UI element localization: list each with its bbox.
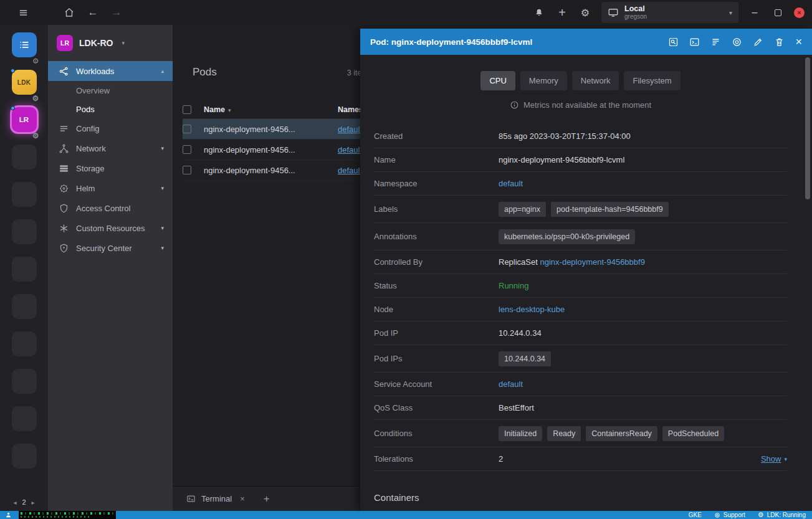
cluster-rail: ⚙ LDK ⚙ LR ⚙ ◂ 2 ▸ bbox=[0, 25, 48, 511]
field-label: Name bbox=[374, 155, 499, 164]
catalog-button[interactable]: ⚙ bbox=[12, 32, 37, 57]
field-label: Created bbox=[374, 131, 499, 141]
owner-link[interactable]: nginx-deployment-9456bbbf9 bbox=[540, 257, 645, 267]
list-header: Pods 3 items bbox=[193, 66, 372, 79]
sidebar-item-access-control[interactable]: Access Control bbox=[48, 198, 173, 218]
gear-icon[interactable]: ⚙ bbox=[32, 57, 39, 65]
sidebar-cluster-header[interactable]: LR LDK-RO ▾ bbox=[48, 25, 173, 61]
detail-row-pod-ips: Pod IPs 10.244.0.34 bbox=[374, 345, 787, 373]
pod-logs-icon[interactable] bbox=[710, 37, 721, 47]
field-label: Pod IP bbox=[374, 328, 499, 338]
sort-caret-icon: ▾ bbox=[228, 107, 231, 113]
back-icon[interactable]: ← bbox=[86, 5, 100, 20]
row-checkbox[interactable] bbox=[183, 145, 191, 154]
cluster-slot-placeholder bbox=[12, 182, 37, 207]
pod-name-cell: nginx-deployment-9456... bbox=[204, 166, 338, 175]
field-label: QoS Class bbox=[374, 403, 499, 412]
helm-wheel-icon bbox=[59, 183, 69, 194]
sidebar-item-overview[interactable]: Overview bbox=[48, 81, 173, 100]
terminal-tab[interactable]: Terminal × bbox=[186, 494, 245, 503]
forward-icon[interactable]: → bbox=[110, 5, 123, 20]
maximize-button[interactable] bbox=[771, 5, 785, 20]
cluster-icon-lr-selected[interactable]: LR ⚙ bbox=[12, 107, 37, 132]
sidebar-item-label: Overview bbox=[76, 86, 110, 95]
sidebar-item-custom-resources[interactable]: Custom Resources ▾ bbox=[48, 218, 173, 238]
new-terminal-button[interactable]: + bbox=[264, 493, 270, 505]
notifications-bell-icon[interactable] bbox=[532, 5, 546, 20]
row-checkbox[interactable] bbox=[183, 125, 191, 133]
add-icon[interactable]: + bbox=[555, 5, 569, 20]
sidebar-item-network[interactable]: Network ▾ bbox=[48, 138, 173, 158]
namespace-link[interactable]: default bbox=[338, 145, 362, 155]
pod-name-cell: nginx-deployment-9456... bbox=[204, 125, 338, 134]
namespace-link[interactable]: default bbox=[499, 179, 523, 188]
status-dot bbox=[11, 69, 15, 73]
chevron-up-icon: ▴ bbox=[161, 68, 164, 74]
catalog-list-icon bbox=[18, 39, 31, 51]
field-label: Status bbox=[374, 281, 499, 290]
namespace-link[interactable]: default bbox=[338, 166, 362, 175]
sidebar-item-storage[interactable]: Storage bbox=[48, 158, 173, 178]
close-icon[interactable]: × bbox=[240, 494, 245, 503]
sidebar-item-label: Workloads bbox=[76, 67, 114, 76]
node-link[interactable]: lens-desktop-kube bbox=[499, 305, 565, 314]
detail-rows: Created 85s ago 2023-03-20T17:15:37-04:0… bbox=[374, 125, 787, 471]
detail-row-tolerations: Tolerations 2 Show▾ bbox=[374, 447, 787, 471]
tab-cpu[interactable]: CPU bbox=[480, 71, 515, 90]
delete-trash-icon[interactable] bbox=[774, 37, 785, 47]
gear-icon[interactable]: ⚙ bbox=[32, 95, 39, 102]
sidebar-item-pods[interactable]: Pods bbox=[48, 100, 173, 118]
row-checkbox[interactable] bbox=[183, 166, 191, 174]
cluster-switcher[interactable]: Local gregson ▾ bbox=[601, 2, 738, 23]
statusbar-support[interactable]: Support bbox=[714, 512, 745, 518]
active-cluster-user: gregson bbox=[624, 13, 647, 21]
hamburger-menu-icon[interactable] bbox=[16, 5, 30, 20]
drawer-scrollbar-thumb[interactable] bbox=[805, 57, 810, 199]
close-window-button[interactable]: × bbox=[794, 7, 805, 18]
settings-gear-icon[interactable]: ⚙ bbox=[578, 5, 592, 20]
statusbar: GKE Support ⚙ LDK: Running bbox=[0, 511, 812, 519]
detail-row-name: Name nginx-deployment-9456bbbf9-lcvml bbox=[374, 148, 787, 172]
sidebar-item-label: Pods bbox=[76, 105, 95, 114]
cluster-slot-placeholder bbox=[12, 331, 37, 356]
tab-network[interactable]: Network bbox=[572, 71, 619, 90]
column-header-name[interactable]: Name▾ bbox=[204, 105, 338, 114]
show-tolerations-link[interactable]: Show▾ bbox=[761, 454, 787, 464]
inspect-icon[interactable] bbox=[668, 37, 679, 47]
cluster-icon-ldk[interactable]: LDK ⚙ bbox=[12, 70, 37, 95]
sidebar-item-security-center[interactable]: Security Center ▾ bbox=[48, 238, 173, 258]
cluster-slot-placeholder bbox=[12, 257, 37, 282]
home-icon[interactable] bbox=[62, 5, 76, 20]
drawer-header: Pod: nginx-deployment-9456bbbf9-lcvml bbox=[360, 29, 812, 55]
field-label: Tolerations bbox=[374, 454, 499, 464]
sidebar-item-config[interactable]: Config bbox=[48, 118, 173, 138]
user-person-icon[interactable] bbox=[5, 512, 12, 518]
chevron-down-icon: ▾ bbox=[122, 40, 125, 46]
tab-filesystem[interactable]: Filesystem bbox=[624, 71, 680, 90]
namespace-link[interactable]: default bbox=[338, 125, 362, 134]
close-drawer-icon[interactable]: × bbox=[795, 36, 802, 47]
gear-icon[interactable]: ⚙ bbox=[32, 132, 39, 140]
service-account-link[interactable]: default bbox=[499, 379, 523, 389]
lens-app-window: ← → + ⚙ Local gregson ▾ – × bbox=[0, 0, 812, 519]
annotation-badge: kubernetes.io/psp=00-k0s-privileged bbox=[499, 229, 635, 244]
pod-name-cell: nginx-deployment-9456... bbox=[204, 145, 338, 155]
tab-memory[interactable]: Memory bbox=[520, 71, 567, 90]
sidebar-item-workloads[interactable]: Workloads ▴ bbox=[48, 61, 173, 81]
page-next-icon[interactable]: ▸ bbox=[32, 499, 35, 506]
pod-shell-icon[interactable] bbox=[689, 37, 700, 47]
page-prev-icon[interactable]: ◂ bbox=[13, 499, 16, 506]
storage-icon bbox=[59, 163, 69, 174]
field-value: nginx-deployment-9456bbbf9-lcvml bbox=[499, 155, 787, 164]
statusbar-gke[interactable]: GKE bbox=[689, 512, 702, 518]
field-value: 10.244.0.34 bbox=[499, 328, 787, 338]
edit-pencil-icon[interactable] bbox=[753, 37, 763, 47]
field-label: Annotations bbox=[374, 232, 499, 241]
attach-pod-icon[interactable] bbox=[732, 37, 742, 47]
minimize-button[interactable]: – bbox=[748, 5, 762, 20]
statusbar-cluster-status[interactable]: ⚙ LDK: Running bbox=[758, 512, 806, 518]
page-number: 2 bbox=[22, 498, 26, 506]
sidebar-item-helm[interactable]: Helm ▾ bbox=[48, 178, 173, 198]
select-all-checkbox[interactable] bbox=[183, 105, 191, 114]
chevron-down-icon: ▾ bbox=[161, 145, 164, 151]
